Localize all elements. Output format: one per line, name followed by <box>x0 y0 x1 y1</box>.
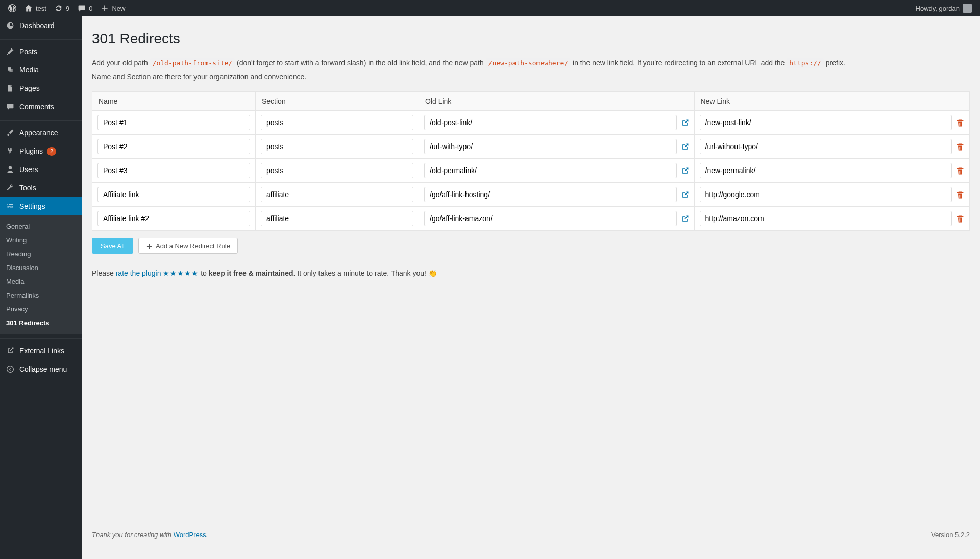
header-new-link: New Link <box>694 92 970 111</box>
trash-icon[interactable] <box>956 190 964 199</box>
submenu-privacy[interactable]: Privacy <box>0 302 82 316</box>
submenu-media[interactable]: Media <box>0 275 82 288</box>
table-row <box>92 207 970 231</box>
sidebar-item-comments[interactable]: Comments <box>0 98 82 116</box>
rate-link[interactable]: rate the plugin ★★★★★ <box>116 269 199 277</box>
name-input[interactable] <box>97 163 250 178</box>
external-link-icon[interactable] <box>681 214 689 223</box>
new-link-input[interactable] <box>700 139 952 154</box>
trash-icon[interactable] <box>956 118 964 127</box>
old-link-input[interactable] <box>424 211 677 226</box>
external-link-icon[interactable] <box>681 118 689 127</box>
menu-label: Plugins <box>19 147 43 155</box>
user-icon <box>5 164 15 175</box>
submenu-writing[interactable]: Writing <box>0 233 82 247</box>
section-input[interactable] <box>261 211 413 226</box>
plug-icon <box>5 146 15 156</box>
table-row <box>92 183 970 207</box>
my-account[interactable]: Howdy, gordan <box>912 0 976 16</box>
trash-icon[interactable] <box>956 166 964 175</box>
new-link-input[interactable] <box>700 163 952 178</box>
new-content[interactable]: New <box>96 0 129 16</box>
media-icon <box>5 65 15 75</box>
sidebar-item-users[interactable]: Users <box>0 160 82 179</box>
table-row <box>92 111 970 135</box>
sliders-icon <box>5 201 15 211</box>
trash-icon[interactable] <box>956 214 964 223</box>
submenu-permalinks[interactable]: Permalinks <box>0 288 82 302</box>
save-button[interactable]: Save All <box>92 238 133 254</box>
submenu-reading[interactable]: Reading <box>0 247 82 261</box>
code-new-path: /new-path-somewhere/ <box>486 58 571 68</box>
comments[interactable]: 0 <box>74 0 96 16</box>
dashboard-icon <box>5 20 15 31</box>
new-link-input[interactable] <box>700 211 952 226</box>
svg-point-0 <box>7 366 14 373</box>
name-input[interactable] <box>97 211 250 226</box>
page-title: 301 Redirects <box>92 31 970 47</box>
external-link-icon[interactable] <box>681 142 689 151</box>
footer-thanks: Thank you for creating with WordPress. <box>92 531 208 539</box>
wordpress-link[interactable]: WordPress <box>174 531 206 539</box>
new-label: New <box>112 5 125 12</box>
sidebar-item-tools[interactable]: Tools <box>0 179 82 197</box>
plus-icon <box>146 242 153 250</box>
code-old-path: /old-path-from-site/ <box>150 58 235 68</box>
submenu-general[interactable]: General <box>0 220 82 233</box>
sidebar-item-dashboard[interactable]: Dashboard <box>0 16 82 35</box>
action-buttons: Save All Add a New Redirect Rule <box>92 238 970 254</box>
trash-icon[interactable] <box>956 142 964 151</box>
sidebar-item-external-links[interactable]: External Links <box>0 342 82 360</box>
external-icon <box>5 346 15 356</box>
rate-strong: keep it free & maintained <box>209 269 293 277</box>
old-link-input[interactable] <box>424 115 677 130</box>
menu-separator <box>0 336 82 339</box>
admin-bar-left: test 9 0 New <box>4 0 129 16</box>
sidebar-item-pages[interactable]: Pages <box>0 79 82 98</box>
old-link-input[interactable] <box>424 139 677 154</box>
menu-label: Dashboard <box>19 21 55 30</box>
header-name: Name <box>92 92 256 111</box>
wrench-icon <box>5 183 15 193</box>
sidebar-item-media[interactable]: Media <box>0 61 82 79</box>
page-icon <box>5 83 15 93</box>
table-row <box>92 159 970 183</box>
new-link-input[interactable] <box>700 115 952 130</box>
name-input[interactable] <box>97 115 250 130</box>
page-footer: Thank you for creating with WordPress. V… <box>92 516 970 539</box>
page-content: 301 Redirects Add your old path /old-pat… <box>82 16 980 559</box>
external-link-icon[interactable] <box>681 166 689 175</box>
submenu-301-redirects[interactable]: 301 Redirects <box>0 316 82 330</box>
pin-icon <box>5 46 15 57</box>
section-input[interactable] <box>261 115 413 130</box>
old-link-input[interactable] <box>424 187 677 202</box>
intro-text-2: Name and Section are there for your orga… <box>92 71 970 82</box>
site-name[interactable]: test <box>20 0 51 16</box>
section-input[interactable] <box>261 187 413 202</box>
new-link-input[interactable] <box>700 187 952 202</box>
submenu-discussion[interactable]: Discussion <box>0 261 82 275</box>
menu-label: Settings <box>19 202 45 210</box>
external-link-icon[interactable] <box>681 190 689 199</box>
menu-label: Users <box>19 165 38 174</box>
menu-separator <box>0 37 82 40</box>
section-input[interactable] <box>261 163 413 178</box>
add-rule-button[interactable]: Add a New Redirect Rule <box>138 238 238 254</box>
footer-version: Version 5.2.2 <box>931 531 970 539</box>
sidebar-item-collapse[interactable]: Collapse menu <box>0 360 82 378</box>
menu-label: Pages <box>19 84 40 92</box>
old-link-input[interactable] <box>424 163 677 178</box>
updates-count: 9 <box>66 5 69 12</box>
section-input[interactable] <box>261 139 413 154</box>
sidebar-item-posts[interactable]: Posts <box>0 42 82 61</box>
clap-emoji: 👏 <box>428 269 437 277</box>
updates[interactable]: 9 <box>51 0 74 16</box>
wp-logo[interactable] <box>4 0 20 16</box>
sidebar-item-plugins[interactable]: Plugins 2 <box>0 142 82 160</box>
name-input[interactable] <box>97 187 250 202</box>
name-input[interactable] <box>97 139 250 154</box>
menu-label: Appearance <box>19 129 58 137</box>
sidebar-item-settings[interactable]: Settings <box>0 197 82 215</box>
table-header-row: Name Section Old Link New Link <box>92 92 970 111</box>
sidebar-item-appearance[interactable]: Appearance <box>0 124 82 142</box>
